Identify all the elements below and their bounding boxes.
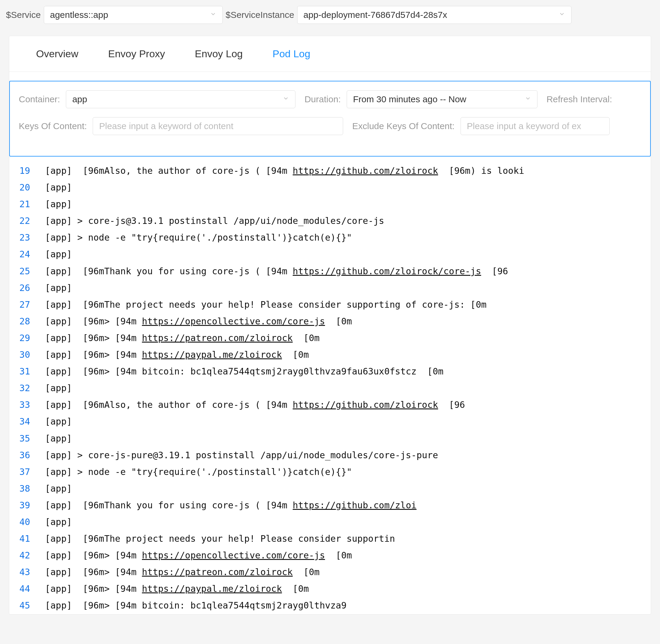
line-number: 39 [9,497,45,514]
log-row: 40[app] [9,514,651,530]
container-select-value: app [72,94,87,105]
log-row: 19[app] [96mAlso, the author of core-js … [9,162,651,179]
keys-filter: Keys Of Content: [19,117,343,135]
line-number: 40 [9,514,45,530]
log-row: 22[app] > core-js@3.19.1 postinstall /ap… [9,212,651,229]
serviceinstance-label: $ServiceInstance [226,10,294,20]
line-content: [app] > core-js-pure@3.19.1 postinstall … [45,447,438,464]
log-row: 39[app] [96mThank you for using core-js … [9,497,651,514]
line-content: [app] [45,380,77,396]
keys-label: Keys Of Content: [19,121,87,131]
container-filter: Container: app [19,90,296,108]
log-row: 27[app] [96mThe project needs your help!… [9,296,651,313]
duration-filter: Duration: From 30 minutes ago -- Now [304,90,538,108]
line-number: 32 [9,380,45,396]
line-content: [app] [96m> [94m https://paypal.me/zloir… [45,346,309,363]
line-number: 41 [9,530,45,547]
line-number: 20 [9,179,45,196]
log-row: 25[app] [96mThank you for using core-js … [9,263,651,280]
content-card: Overview Envoy Proxy Envoy Log Pod Log C… [9,36,651,615]
log-row: 30[app] [96m> [94m https://paypal.me/zlo… [9,346,651,363]
line-number: 37 [9,464,45,480]
service-label: $Service [6,10,41,20]
tab-overview[interactable]: Overview [21,36,93,72]
chevron-down-icon [283,95,289,104]
log-link[interactable]: https://opencollective.com/core-js [142,316,325,326]
log-link[interactable]: https://opencollective.com/core-js [142,550,325,560]
line-content: [app] > node -e "try{require('./postinst… [45,229,352,246]
log-link[interactable]: https://paypal.me/zloirock [142,349,282,360]
container-label: Container: [19,94,60,105]
log-viewer[interactable]: 19[app] [96mAlso, the author of core-js … [9,157,651,614]
log-row: 36[app] > core-js-pure@3.19.1 postinstal… [9,447,651,464]
duration-label: Duration: [304,94,341,105]
line-content: [app] [96mAlso, the author of core-js ( … [45,162,524,179]
log-row: 20[app] [9,179,651,196]
keys-input[interactable] [93,117,343,135]
line-number: 43 [9,564,45,580]
log-link[interactable]: https://paypal.me/zloirock [142,583,282,594]
log-row: 21[app] [9,196,651,212]
log-row: 28[app] [96m> [94m https://opencollectiv… [9,313,651,330]
exclude-filter: Exclude Keys Of Content: [352,117,610,135]
line-content: [app] [45,480,77,497]
line-number: 45 [9,597,45,614]
line-content: [app] [45,246,77,263]
line-content: [app] [96m> [94m https://opencollective.… [45,547,352,564]
duration-select[interactable]: From 30 minutes ago -- Now [347,90,538,108]
log-row: 33[app] [96mAlso, the author of core-js … [9,396,651,413]
log-link[interactable]: https://patreon.com/zloirock [142,333,293,343]
line-content: [app] [96m> [94m https://patreon.com/zlo… [45,330,320,346]
line-content: [app] [45,196,77,212]
serviceinstance-select[interactable]: app-deployment-76867d57d4-28s7x [297,6,571,24]
filter-panel: Container: app Duration: From 30 minutes… [9,81,651,157]
line-number: 44 [9,580,45,597]
log-row: 32[app] [9,380,651,396]
log-link[interactable]: https://patreon.com/zloirock [142,567,293,577]
line-number: 30 [9,346,45,363]
exclude-input[interactable] [461,117,610,135]
duration-select-value: From 30 minutes ago -- Now [353,94,466,105]
serviceinstance-select-value: app-deployment-76867d57d4-28s7x [304,10,447,20]
line-number: 27 [9,296,45,313]
tab-pod-log[interactable]: Pod Log [258,36,325,72]
line-number: 33 [9,396,45,413]
line-number: 22 [9,212,45,229]
log-row: 31[app] [96m> [94m bitcoin: bc1qlea7544q… [9,363,651,380]
line-content: [app] [45,430,77,447]
line-number: 26 [9,280,45,296]
log-link[interactable]: https://github.com/zloirock [293,399,438,410]
line-content: [app] [96m> [94m https://paypal.me/zloir… [45,580,309,597]
log-row: 37[app] > node -e "try{require('./postin… [9,464,651,480]
service-select[interactable]: agentless::app [44,6,223,24]
log-link[interactable]: https://github.com/zloirock [293,165,438,176]
log-row: 26[app] [9,280,651,296]
service-select-value: agentless::app [50,10,108,20]
line-content: [app] [96mThank you for using core-js ( … [45,497,417,514]
log-link[interactable]: https://github.com/zloi [293,500,417,510]
tab-envoy-log[interactable]: Envoy Log [180,36,258,72]
container-select[interactable]: app [66,90,296,108]
log-link[interactable]: https://github.com/zloirock/core-js [293,266,481,276]
line-number: 42 [9,547,45,564]
log-row: 43[app] [96m> [94m https://patreon.com/z… [9,564,651,580]
keyword-row: Keys Of Content: Exclude Keys Of Content… [19,117,641,135]
line-content: [app] [45,514,77,530]
chevron-down-icon [525,95,531,104]
line-content: [app] [96mThe project needs your help! P… [45,530,395,547]
line-content: [app] > core-js@3.19.1 postinstall /app/… [45,212,384,229]
line-content: [app] [45,280,77,296]
log-row: 35[app] [9,430,651,447]
log-row: 34[app] [9,413,651,430]
line-content: [app] [96m> [94m https://patreon.com/zlo… [45,564,320,580]
line-number: 35 [9,430,45,447]
line-number: 36 [9,447,45,464]
line-content: [app] > node -e "try{require('./postinst… [45,464,352,480]
log-row: 24[app] [9,246,651,263]
log-row: 29[app] [96m> [94m https://patreon.com/z… [9,330,651,346]
tab-envoy-proxy[interactable]: Envoy Proxy [93,36,180,72]
line-content: [app] [96m> [94m bitcoin: bc1qlea7544qts… [45,363,444,380]
line-number: 19 [9,162,45,179]
log-row: 44[app] [96m> [94m https://paypal.me/zlo… [9,580,651,597]
line-content: [app] [96mAlso, the author of core-js ( … [45,396,465,413]
